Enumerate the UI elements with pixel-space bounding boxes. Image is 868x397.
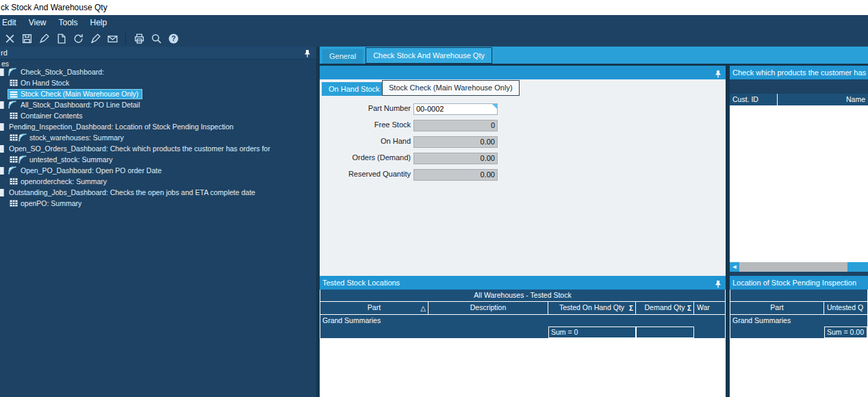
form-row: Free Stock 0 [320,120,726,132]
column-label: Demand Qty [645,303,685,311]
window-title-bar: ck Stock And Warehouse Qty [0,0,868,15]
tree-item-open-so-orders-dashboard[interactable]: Open_SO_Orders_Dashboard: Check which pr… [0,144,316,154]
field-fold-corner-icon [492,104,497,109]
column-header-part[interactable]: Part△ [320,302,429,314]
customer-orders-panel-header: Check which products the customer has [730,66,868,79]
untested-qty-sum-cell: Sum = 0.00 [824,326,867,338]
menu-tools[interactable]: Tools [52,15,84,30]
pending-inspection-table-header-block: Part Untested Q Grand Summaries Sum = 0.… [730,290,868,338]
tree-item-open-po-dashboard[interactable]: Open_PO_Dashboard: Open PO order Date [0,166,316,176]
tab-stock-check-main-warehouse-only[interactable]: Stock Check (Main Warehouse Only) [382,80,520,96]
scrollbar-thumb[interactable] [847,262,868,272]
list-icon [10,90,18,99]
column-header-description[interactable]: Description [429,302,548,314]
tab-general[interactable]: General [322,49,363,64]
tab-on-hand-stock[interactable]: On Hand Stock [322,82,387,96]
grand-summaries-label: Grand Summaries [730,315,867,326]
dashboard-icon [8,68,17,78]
toolbar: ? [0,30,868,47]
menu-view[interactable]: View [23,15,53,30]
tree-item-label: Open_SO_Orders_Dashboard: Check which pr… [9,144,270,153]
help-icon[interactable]: ? [166,31,181,46]
page-icon [0,145,4,153]
print-icon[interactable] [131,31,146,46]
column-header-cust-id[interactable]: Cust. ID [730,94,778,105]
column-label: Tested On Hand Qty [559,303,624,311]
customer-orders-header-label: Check which products the customer has [732,68,866,77]
pending-inspection-panel: Location of Stock Pending Inspection Par… [730,276,868,397]
tree-item-all-stock-dashboard[interactable]: All_Stock_Dashboard: PO Line Detail [0,101,316,110]
tree-item-container-contents[interactable]: Container Contents [0,112,316,121]
customer-orders-list-body [730,106,868,262]
pending-inspection-header-label: Location of Stock Pending Inspection [732,279,856,287]
tree-item-label: All_Stock_Dashboard: PO Line Detail [21,101,140,110]
on-hand-label: On Hand [320,137,411,145]
tree-item-openordercheck-summary[interactable]: openordercheck: Summary [0,177,316,187]
tested-stock-table-title: All Warehouses - Tested Stock [320,290,725,302]
menu-help[interactable]: Help [84,15,114,30]
page-icon [0,101,4,109]
tree-item-openpo-summary[interactable]: openPO: Summary [0,199,316,209]
tree-item-label: Container Contents [21,112,82,120]
explorer-panel-header: rd [0,47,316,60]
dashboard-icon [18,133,27,144]
page-icon [0,123,4,131]
page-icon [0,68,4,76]
explorer-panel: rd es Check_Stock_Dashboard: On Hand Sto… [0,47,316,397]
table-icon [10,177,18,188]
tested-stock-summary-row: Sum = 0 [320,326,725,338]
print-preview-icon[interactable] [149,31,164,46]
pin-icon[interactable] [715,68,722,82]
scroll-left-button[interactable]: ◀ [730,262,739,272]
tested-stock-column-headers: Part△ Description Tested On Hand QtyΣ De… [320,302,725,315]
explorer-header-label: rd [0,49,8,57]
tree-item-label: Pending_Inspection_Dashboard: Location o… [9,123,233,131]
form-row: Orders (Demand) 0.00 [320,153,726,165]
tree-item-stock-check-main-warehouse-only[interactable]: Stock Check (Main Warehouse Only) [0,90,316,99]
tree-item-on-hand-stock[interactable]: On Hand Stock [0,79,316,88]
document-icon[interactable] [53,31,68,46]
column-label: Part [770,303,783,311]
horizontal-scrollbar[interactable]: ◀ [730,262,868,272]
part-number-input[interactable]: 00-0002 [413,103,498,115]
tree-item-label: openordercheck: Summary [21,177,107,186]
table-icon [10,155,18,166]
tree-item-check-stock-dashboard[interactable]: Check_Stock_Dashboard: [0,68,316,77]
column-header-part[interactable]: Part [730,302,824,314]
tab-check-stock-and-warehouse-qty[interactable]: Check Stock And Warehouse Qty [366,47,492,64]
tree-item-outstanding-jobs-dashboard[interactable]: Outstanding_Jobs_Dashboard: Checks the o… [0,188,316,198]
tree-item-stock-warehouses-summary[interactable]: stock_warehouses: Summary [0,133,316,143]
mail-check-icon[interactable] [105,31,120,46]
column-header-warehouse[interactable]: War [694,302,725,314]
tested-stock-table-header-block: All Warehouses - Tested Stock Part△ Desc… [320,290,726,338]
close-icon[interactable] [2,31,17,46]
pending-inspection-panel-header: Location of Stock Pending Inspection [730,276,868,290]
pending-inspection-column-headers: Part Untested Q [730,302,867,315]
demand-sum-cell [636,326,694,338]
column-header-name[interactable]: Name [778,94,868,105]
tree-item-label: Check_Stock_Dashboard: [21,68,104,77]
verify-pen-icon[interactable] [36,31,51,46]
column-label: War [697,303,710,311]
column-header-tested-on-hand-qty[interactable]: Tested On Hand QtyΣ [548,302,636,314]
refresh-icon[interactable] [71,31,86,46]
verify-alt-icon[interactable] [88,31,103,46]
tree-item-label: On Hand Stock [21,79,69,88]
table-icon [10,133,18,144]
save-icon[interactable] [19,31,34,46]
column-header-demand-qty[interactable]: Demand QtyΣ [636,302,694,314]
toolbar-separator [125,32,126,44]
tree-item-untested-stock-summary[interactable]: untested_stock: Summary [0,155,316,165]
tested-stock-locations-panel: Tested Stock Locations All Warehouses - … [320,276,726,397]
column-header-untested-qty[interactable]: Untested Q [824,302,867,314]
page-icon [0,189,4,196]
menu-edit[interactable]: Edit [0,15,23,30]
part-number-value: 00-0002 [416,105,444,113]
on-hand-field: 0.00 [413,136,498,148]
form-row: Reserved Quantity 0.00 [320,169,726,181]
pending-inspection-table-body [730,338,868,397]
pending-inspection-summary-row: Sum = 0.00 [730,326,867,338]
pin-icon[interactable] [715,279,722,290]
reserved-quantity-label: Reserved Quantity [320,170,411,178]
tree-item-pending-inspection-dashboard[interactable]: Pending_Inspection_Dashboard: Location o… [0,123,316,132]
